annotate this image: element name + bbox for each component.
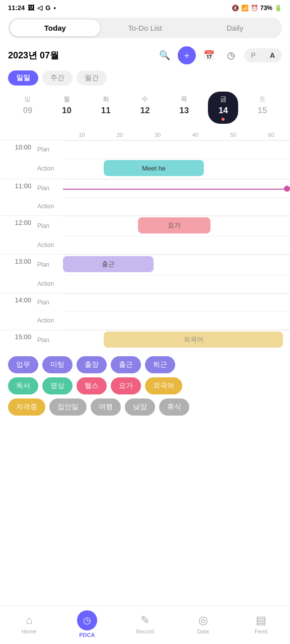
row-10-action: Action Meet he: [0, 158, 290, 179]
content-15-plan[interactable]: 외국어: [63, 330, 290, 350]
day-sat-name: 토: [259, 95, 266, 104]
day-type-daily[interactable]: 일일: [8, 70, 38, 86]
chip-travel[interactable]: 여행: [91, 398, 121, 416]
content-11-plan[interactable]: [63, 179, 290, 197]
time-14: 14:00: [0, 293, 35, 311]
header-icons: 🔍 ＋ 📅 ◷ P A: [156, 46, 282, 64]
progress-dot: [284, 186, 290, 192]
wifi-icon: 📶: [241, 5, 249, 12]
time-block-13: 13:00 Plan 출근 Action: [0, 254, 290, 293]
chip-meditation[interactable]: 명상: [42, 377, 72, 394]
nav-record[interactable]: ✎ Record: [116, 614, 174, 634]
nav-home[interactable]: ⌂ Home: [0, 614, 58, 634]
content-14-plan[interactable]: [63, 293, 290, 311]
row-12-plan: 12:00 Plan 요가: [0, 216, 290, 236]
chip-meeting[interactable]: 미팅: [42, 356, 72, 373]
nav-feed[interactable]: ▤ Feed: [232, 614, 290, 634]
time-block-12: 12:00 Plan 요가 Action: [0, 215, 290, 254]
battery-pct: 73%: [260, 5, 272, 12]
photo-icon: 🖼: [28, 4, 34, 12]
type-10-plan: Plan: [35, 140, 63, 158]
content-11-action[interactable]: [63, 197, 290, 215]
day-type-weekly[interactable]: 주간: [42, 70, 72, 86]
content-10-plan[interactable]: [63, 140, 290, 158]
scale-10: 10: [63, 132, 101, 138]
search-button[interactable]: 🔍: [156, 46, 174, 64]
type-13-plan: Plan: [35, 255, 63, 275]
chips-section: 업무 미팅 출장 출근 퇴근 독서 명상 헬스 요가 외국어 자격증 집안일 여…: [0, 350, 290, 416]
chart-button[interactable]: ◷: [222, 46, 240, 64]
time-14-action-label: [0, 311, 35, 330]
pa-group: P A: [244, 48, 282, 62]
event-meet[interactable]: Meet he: [104, 160, 203, 176]
row-15-plan: 15:00 Plan 외국어: [0, 330, 290, 350]
p-button[interactable]: P: [244, 48, 263, 62]
event-chulgeun[interactable]: 출근: [63, 256, 154, 272]
day-tue-num: 11: [101, 106, 111, 116]
tab-daily[interactable]: Daily: [190, 20, 280, 36]
content-13-action[interactable]: [63, 275, 290, 293]
event-foreign[interactable]: 외국어: [104, 332, 283, 348]
home-icon: ⌂: [26, 614, 32, 627]
chips-row-1: 업무 미팅 출장 출근 퇴근: [8, 356, 282, 373]
day-thu[interactable]: 목 13: [169, 92, 199, 124]
nav-data-label: Data: [197, 628, 209, 634]
nav-home-label: Home: [22, 628, 36, 634]
tab-todo[interactable]: To-Do List: [100, 20, 190, 36]
chip-health[interactable]: 헬스: [77, 377, 107, 394]
day-thu-num: 13: [179, 106, 189, 116]
row-11-action: Action: [0, 197, 290, 215]
chip-commute-out[interactable]: 퇴근: [145, 356, 175, 373]
day-type-monthly[interactable]: 월간: [77, 70, 107, 86]
bottom-nav: ⌂ Home ◷ PDCA ✎ Record ◎ Data ▤ Feed: [0, 606, 290, 644]
day-wed[interactable]: 수 12: [130, 92, 160, 124]
today-dot: [222, 118, 225, 121]
chip-commute-in[interactable]: 출근: [111, 356, 141, 373]
content-10-action[interactable]: Meet he: [63, 158, 290, 179]
chip-rest[interactable]: 휴식: [159, 398, 189, 416]
chip-cert[interactable]: 자격증: [8, 398, 45, 416]
chip-yoga[interactable]: 요가: [111, 377, 141, 394]
scale-40: 40: [177, 132, 214, 138]
type-14-plan: Plan: [35, 293, 63, 311]
time-10: 10:00: [0, 140, 35, 158]
nav-data[interactable]: ◎ Data: [174, 614, 232, 634]
day-type-row: 일일 주간 월간: [0, 66, 290, 90]
day-sun[interactable]: 일 09: [13, 92, 43, 124]
day-wed-num: 12: [140, 106, 150, 116]
day-sat[interactable]: 토 15: [247, 92, 277, 124]
calendar-button[interactable]: 📅: [200, 46, 218, 64]
nav-pdca[interactable]: ◷ PDCA: [58, 610, 116, 638]
chip-work[interactable]: 업무: [8, 356, 38, 373]
day-mon-num: 10: [62, 106, 71, 116]
chip-foreign-lang[interactable]: 외국어: [145, 377, 182, 394]
chip-reading[interactable]: 독서: [8, 377, 38, 394]
chip-business-trip[interactable]: 출장: [77, 356, 107, 373]
time-block-11: 11:00 Plan Action: [0, 179, 290, 215]
content-13-plan[interactable]: 출근: [63, 255, 290, 275]
type-12-action: Action: [35, 236, 63, 254]
add-button[interactable]: ＋: [178, 46, 196, 64]
day-tue[interactable]: 화 11: [91, 92, 121, 124]
time-11-action-label: [0, 197, 35, 215]
scale-60: 60: [252, 132, 290, 138]
time-11: 11:00: [0, 179, 35, 197]
event-yoga[interactable]: 요가: [138, 217, 210, 233]
time-13-action-label: [0, 275, 35, 293]
day-tue-name: 화: [103, 95, 109, 104]
pdca-icon: ◷: [77, 610, 97, 630]
scale-20: 20: [101, 132, 138, 138]
chip-nap[interactable]: 낮잠: [125, 398, 155, 416]
day-fri[interactable]: 금 14: [208, 92, 238, 124]
tab-today[interactable]: Today: [10, 20, 100, 36]
nav-feed-label: Feed: [255, 628, 267, 634]
content-12-plan[interactable]: 요가: [63, 216, 290, 236]
chip-housework[interactable]: 집안일: [49, 398, 87, 416]
content-14-action[interactable]: [63, 311, 290, 330]
top-tabs: Today To-Do List Daily: [8, 18, 282, 38]
day-mon[interactable]: 월 10: [52, 92, 82, 124]
type-11-plan: Plan: [35, 179, 63, 197]
content-12-action[interactable]: [63, 236, 290, 254]
a-button[interactable]: A: [263, 48, 282, 62]
type-12-plan: Plan: [35, 216, 63, 236]
